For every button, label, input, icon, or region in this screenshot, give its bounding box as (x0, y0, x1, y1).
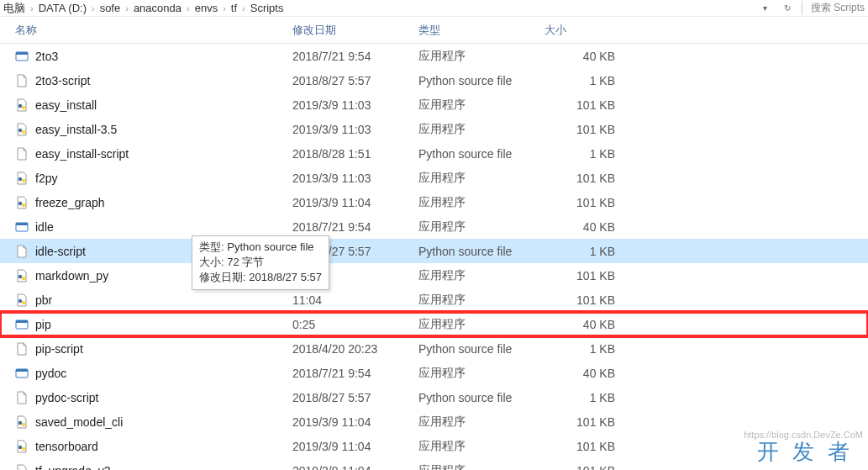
file-list: 2to32018/7/21 9:54应用程序40 KB2to3-script20… (0, 44, 868, 470)
breadcrumb[interactable]: 电脑 › DATA (D:) › sofe › anaconda › envs … (3, 1, 758, 16)
tooltip-date: 修改日期: 2018/8/27 5:57 (199, 270, 322, 285)
col-header-size[interactable]: 大小 (538, 17, 622, 43)
table-row[interactable]: pydoc2018/7/21 9:54应用程序40 KB (0, 361, 868, 385)
file-type: 应用程序 (412, 415, 538, 430)
address-bar[interactable]: 电脑 › DATA (D:) › sofe › anaconda › envs … (0, 0, 868, 17)
bc-seg-3[interactable]: anaconda (134, 2, 181, 14)
table-row[interactable]: easy_install2019/3/9 11:03应用程序101 KB (0, 92, 868, 117)
table-row[interactable]: 2to32018/7/21 9:54应用程序40 KB (0, 44, 868, 68)
table-row[interactable]: easy_install-script2018/8/28 1:51Python … (0, 141, 868, 166)
svg-point-9 (22, 203, 25, 206)
file-date: 2019/3/9 11:04 (286, 415, 412, 429)
file-date: 2019/3/9 11:03 (286, 123, 412, 136)
bc-seg-2[interactable]: sofe (100, 2, 121, 14)
file-type: 应用程序 (412, 439, 538, 454)
file-type: 应用程序 (412, 49, 538, 64)
file-name: tensorboard (35, 440, 98, 453)
svg-point-22 (18, 445, 22, 448)
file-blank-icon (15, 147, 29, 161)
py-icon (15, 464, 29, 471)
table-row[interactable]: easy_install-3.52019/3/9 11:03应用程序101 KB (0, 117, 868, 141)
file-type: 应用程序 (412, 122, 538, 137)
file-date: 2019/3/9 11:04 (286, 440, 412, 453)
py-icon (15, 440, 29, 453)
svg-point-7 (22, 178, 25, 182)
py-icon (15, 172, 29, 185)
file-name: easy_install (35, 98, 97, 112)
table-row[interactable]: markdown_py11:03应用程序101 KB (0, 263, 868, 288)
file-size: 101 KB (538, 293, 622, 307)
file-date: 2018/8/27 5:57 (286, 391, 412, 404)
bc-seg-5[interactable]: tf (231, 2, 237, 14)
table-row[interactable]: pbr11:04应用程序101 KB (0, 288, 868, 312)
file-size: 101 KB (538, 440, 622, 453)
table-row[interactable]: pydoc-script2018/8/27 5:57Python source … (0, 385, 868, 409)
col-header-type[interactable]: 类型 (412, 17, 538, 43)
py-icon (15, 269, 29, 283)
table-row[interactable]: f2py2019/3/9 11:03应用程序101 KB (0, 166, 868, 190)
svg-point-3 (22, 105, 25, 108)
file-size: 1 KB (538, 245, 622, 258)
file-date: 2019/3/9 11:04 (286, 196, 412, 209)
table-row[interactable]: idle-script2018/8/27 5:57Python source f… (0, 239, 868, 263)
col-header-date[interactable]: 修改日期 (286, 17, 412, 43)
table-row[interactable]: tensorboard2019/3/9 11:04应用程序101 KB (0, 434, 868, 458)
file-name: tf_upgrade_v2 (35, 464, 111, 471)
file-date: 2019/3/9 11:03 (286, 98, 412, 112)
svg-rect-19 (16, 369, 28, 372)
bc-seg-1[interactable]: DATA (D:) (39, 2, 87, 14)
file-size: 101 KB (538, 196, 622, 209)
chevron-right-icon: › (187, 3, 190, 13)
bc-seg-4[interactable]: envs (195, 2, 218, 14)
file-size: 1 KB (538, 342, 622, 356)
file-size: 101 KB (538, 415, 622, 429)
bc-seg-0[interactable]: 电脑 (3, 1, 25, 16)
table-row[interactable]: tf_upgrade_v22019/3/9 11:04应用程序101 KB (0, 458, 868, 470)
svg-point-5 (22, 129, 25, 133)
svg-point-2 (18, 103, 22, 107)
svg-point-6 (18, 177, 22, 180)
tooltip-size: 大小: 72 字节 (199, 255, 322, 270)
file-name: pydoc (35, 367, 66, 380)
table-row[interactable]: 2to3-script2018/8/27 5:57Python source f… (0, 68, 868, 92)
file-size: 101 KB (538, 123, 622, 136)
svg-rect-11 (16, 223, 28, 225)
file-type: 应用程序 (412, 293, 538, 308)
svg-point-8 (18, 201, 22, 204)
tooltip-type: 类型: Python source file (199, 240, 322, 255)
file-name: pip (35, 318, 51, 331)
file-date: 2018/8/28 1:51 (286, 147, 412, 161)
py-icon (15, 415, 29, 429)
svg-point-12 (18, 274, 22, 277)
file-name: saved_model_cli (35, 415, 123, 429)
file-date: 2019/3/9 11:03 (286, 172, 412, 185)
file-type: Python source file (412, 74, 538, 87)
chevron-right-icon: › (125, 3, 129, 13)
bc-seg-6[interactable]: Scripts (250, 2, 284, 14)
file-date: 2018/7/21 9:54 (286, 50, 412, 63)
svg-point-15 (22, 300, 25, 304)
file-type: 应用程序 (412, 366, 538, 381)
table-row[interactable]: freeze_graph2019/3/9 11:04应用程序101 KB (0, 190, 868, 214)
file-size: 40 KB (538, 50, 622, 63)
py-icon (15, 196, 29, 209)
file-size: 101 KB (538, 172, 622, 185)
file-name: 2to3-script (35, 74, 90, 87)
svg-point-23 (22, 446, 25, 450)
app-blue-icon (15, 220, 29, 234)
svg-point-14 (18, 298, 22, 302)
file-size: 40 KB (538, 220, 622, 234)
py-icon (15, 123, 29, 136)
file-date: 11:04 (286, 293, 412, 307)
table-row[interactable]: pip-script2018/4/20 20:23Python source f… (0, 336, 868, 361)
table-row[interactable]: pip0:25应用程序40 KB (0, 312, 868, 336)
file-name: easy_install-3.5 (35, 123, 117, 136)
col-header-name[interactable]: 名称 (0, 17, 286, 43)
dropdown-icon[interactable]: ▾ (758, 2, 773, 15)
table-row[interactable]: idle2018/7/21 9:54应用程序40 KB (0, 214, 868, 239)
refresh-icon[interactable]: ↻ (780, 2, 795, 15)
file-size: 1 KB (538, 74, 622, 87)
table-row[interactable]: saved_model_cli2019/3/9 11:04应用程序101 KB (0, 409, 868, 434)
search-input[interactable]: 搜索 Scripts (802, 1, 865, 15)
file-type: 应用程序 (412, 195, 538, 210)
